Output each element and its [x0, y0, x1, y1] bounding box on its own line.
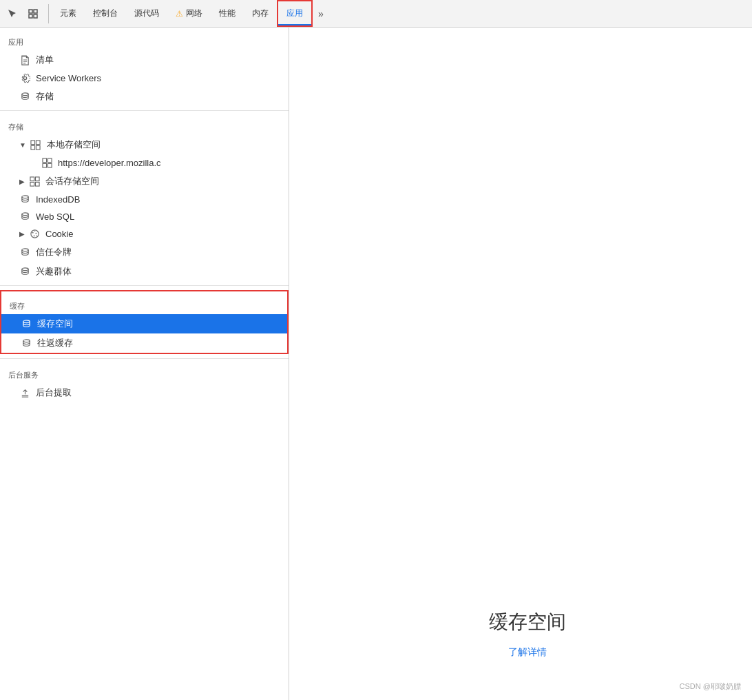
svg-point-31: [23, 339, 29, 342]
more-tabs-button[interactable]: »: [313, 8, 329, 19]
db-icon-trust: [19, 247, 30, 258]
svg-rect-1: [34, 10, 37, 13]
main-area: 应用 清单 Service Worke: [0, 28, 752, 700]
indexeddb-label: IndexedDB: [36, 194, 80, 205]
svg-rect-14: [48, 158, 52, 163]
tab-memory[interactable]: 内存: [244, 0, 277, 27]
svg-point-30: [23, 320, 29, 322]
section-header-app: 应用: [0, 30, 289, 50]
svg-rect-0: [29, 10, 32, 13]
svg-rect-11: [31, 145, 35, 150]
svg-rect-16: [48, 163, 52, 167]
upload-icon: [19, 388, 30, 398]
sidebar-item-local-storage[interactable]: ▼ 本地存储空间: [0, 135, 289, 154]
svg-point-24: [32, 232, 33, 234]
sidebar-item-cache-storage[interactable]: 缓存空间: [1, 314, 287, 333]
interest-group-label: 兴趣群体: [36, 265, 72, 278]
sidebar-item-interest-group[interactable]: 兴趣群体: [0, 262, 289, 281]
storage-label: 存储: [36, 90, 54, 103]
local-storage-label: 本地存储空间: [47, 138, 101, 151]
tab-source[interactable]: 源代码: [126, 0, 167, 27]
svg-rect-20: [35, 182, 39, 186]
svg-rect-7: [23, 63, 25, 63]
svg-point-29: [21, 267, 28, 270]
trust-token-label: 信任令牌: [36, 246, 72, 258]
content-title: 缓存空间: [489, 609, 566, 635]
divider-3: [0, 358, 289, 359]
grid-icon-session: [29, 176, 40, 187]
tab-performance[interactable]: 性能: [211, 0, 244, 27]
divider-1: [0, 110, 289, 111]
svg-rect-19: [30, 182, 34, 186]
content-area: 缓存空间 了解详情 CSDN @耶啵奶膘: [289, 28, 752, 700]
svg-rect-5: [23, 59, 27, 60]
svg-point-8: [21, 92, 28, 95]
svg-point-28: [21, 248, 28, 251]
inspect-icon[interactable]: [23, 4, 43, 23]
sidebar-item-websql[interactable]: Web SQL: [0, 208, 289, 225]
tab-elements[interactable]: 元素: [52, 0, 85, 27]
toolbar-icon-group: [3, 4, 49, 23]
cache-storage-label: 缓存空间: [37, 318, 73, 330]
db-icon-indexed: [19, 194, 30, 205]
db-icon-cache: [21, 319, 32, 329]
divider-2: [0, 285, 289, 286]
learn-more-link[interactable]: 了解详情: [508, 646, 547, 659]
expand-arrow-local-storage: ▼: [19, 141, 26, 149]
svg-point-26: [33, 235, 34, 236]
cache-section: 缓存 缓存空间: [0, 290, 289, 354]
sidebar-item-back-forward-cache[interactable]: 往返缓存: [1, 333, 287, 353]
svg-rect-18: [35, 176, 39, 181]
service-workers-label: Service Workers: [36, 73, 101, 83]
sidebar: 应用 清单 Service Worke: [0, 28, 289, 700]
backend-fetch-label: 后台提取: [36, 387, 72, 399]
svg-rect-2: [29, 14, 32, 18]
toolbar: 元素 控制台 源代码 ⚠ 网络 性能 内存 应用 »: [0, 0, 752, 28]
sidebar-item-manifest[interactable]: 清单: [0, 50, 289, 70]
svg-point-22: [21, 213, 28, 216]
sidebar-item-service-workers[interactable]: Service Workers: [0, 70, 289, 87]
db-icon-interest: [19, 267, 30, 277]
cookie-icon: [29, 229, 40, 239]
svg-point-27: [36, 236, 37, 237]
svg-rect-10: [36, 140, 41, 144]
local-storage-url-label: https://developer.mozilla.c: [58, 158, 161, 168]
websql-label: Web SQL: [36, 212, 74, 222]
svg-rect-6: [23, 61, 27, 61]
tab-console[interactable]: 控制台: [85, 0, 126, 27]
sidebar-item-cookie[interactable]: ▶ Cookie: [0, 225, 289, 243]
file-icon: [19, 55, 30, 65]
db-icon-websql: [19, 212, 30, 222]
sidebar-item-local-storage-url[interactable]: https://developer.mozilla.c: [0, 154, 289, 172]
grid-icon-local: [30, 140, 41, 150]
svg-rect-17: [30, 176, 34, 181]
svg-rect-15: [42, 163, 46, 167]
tab-network[interactable]: ⚠ 网络: [167, 0, 211, 27]
expand-arrow-session: ▶: [19, 178, 25, 185]
db-icon-bfcache: [21, 338, 32, 349]
cursor-icon[interactable]: [3, 4, 22, 23]
expand-arrow-cookie: ▶: [19, 230, 25, 238]
session-storage-label: 会话存储空间: [45, 175, 99, 187]
sidebar-item-trust-token[interactable]: 信任令牌: [0, 243, 289, 262]
section-header-cache: 缓存: [1, 294, 287, 314]
grid-icon-url: [41, 158, 52, 168]
tab-application[interactable]: 应用: [277, 0, 313, 27]
svg-rect-13: [42, 158, 46, 163]
db-icon-storage: [19, 92, 30, 102]
svg-rect-12: [36, 145, 41, 150]
gear-icon: [19, 73, 30, 83]
manifest-label: 清单: [36, 54, 54, 66]
svg-rect-3: [34, 14, 37, 18]
section-header-backend: 后台服务: [0, 363, 289, 383]
svg-rect-9: [31, 140, 35, 144]
section-header-storage: 存储: [0, 115, 289, 135]
sidebar-item-indexeddb[interactable]: IndexedDB: [0, 191, 289, 208]
sidebar-item-session-storage[interactable]: ▶ 会话存储空间: [0, 172, 289, 191]
watermark: CSDN @耶啵奶膘: [680, 681, 741, 692]
sidebar-item-backend-fetch[interactable]: 后台提取: [0, 383, 289, 402]
svg-point-21: [21, 196, 28, 198]
warn-icon: ⚠: [176, 9, 183, 19]
toolbar-tabs: 元素 控制台 源代码 ⚠ 网络 性能 内存 应用: [52, 0, 313, 27]
sidebar-item-storage-app[interactable]: 存储: [0, 87, 289, 106]
